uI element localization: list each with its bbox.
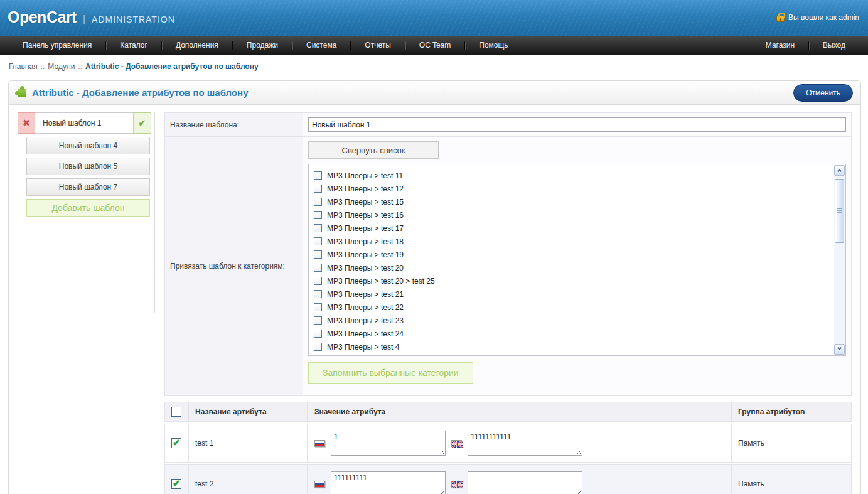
category-checkbox[interactable]	[314, 224, 322, 232]
user-status: Вы вошли как admin	[776, 13, 859, 22]
sidebar-template-4[interactable]: Новый шаблон 7	[26, 178, 150, 196]
category-label[interactable]: MP3 Плееры > test 4	[327, 343, 399, 352]
template-name-label: Название шаблона:	[165, 113, 303, 137]
save-categories-button[interactable]: Запомнить выбранные категории	[308, 362, 473, 384]
category-item: MP3 Плееры > test 20 > test 25	[314, 274, 830, 287]
attr-value-header: Значение атрибута	[308, 402, 731, 422]
category-checkbox[interactable]	[314, 250, 322, 259]
attribute-row-checkbox[interactable]	[171, 438, 181, 448]
nav-item-5[interactable]: Система	[292, 36, 350, 55]
nav-item-7[interactable]: OC Team	[405, 36, 464, 55]
category-label[interactable]: MP3 Плееры > test 22	[327, 303, 404, 312]
category-label[interactable]: MP3 Плееры > test 11	[327, 171, 403, 180]
uk-flag-icon	[451, 440, 462, 447]
attributes-header-row: Название артибута Значение атрибута Груп…	[164, 402, 852, 422]
nav-right: МагазинВыход	[752, 36, 859, 55]
scroll-down-icon[interactable]	[834, 344, 845, 355]
category-item: MP3 Плееры > test 24	[314, 327, 830, 340]
category-item: MP3 Плееры > test 21	[314, 287, 830, 301]
uk-flag-icon	[451, 481, 462, 488]
attribute-row-checkbox[interactable]	[171, 479, 181, 489]
category-label[interactable]: MP3 Плееры > test 16	[327, 211, 404, 220]
category-checkbox[interactable]	[314, 330, 322, 338]
nav-right-item-1[interactable]: Магазин	[752, 36, 808, 55]
select-all-checkbox[interactable]	[171, 407, 181, 417]
sidebar-template-2[interactable]: Новый шаблон 4	[26, 137, 150, 154]
confirm-template-icon[interactable]: ✔	[134, 112, 151, 134]
attribute-value-en-textarea[interactable]	[468, 471, 582, 494]
category-label[interactable]: MP3 Плееры > test 15	[327, 198, 404, 207]
category-list: MP3 Плееры > test 11MP3 Плееры > test 12…	[308, 164, 846, 356]
attribute-group: Память	[731, 424, 852, 463]
category-checkbox[interactable]	[314, 211, 322, 219]
category-checkbox[interactable]	[314, 185, 322, 193]
sidebar-template-3[interactable]: Новый шаблон 5	[26, 158, 150, 175]
page-heading: Attributic - Добавление атрибутов по шаб…	[9, 81, 860, 105]
nav-bar: Панель управленияКаталогДополненияПродаж…	[0, 36, 868, 55]
nav-left: Панель управленияКаталогДополненияПродаж…	[9, 36, 522, 55]
category-checkbox[interactable]	[314, 264, 322, 272]
nav-item-2[interactable]: Каталог	[106, 36, 161, 55]
attribute-value-ru-textarea[interactable]	[331, 471, 446, 494]
add-template-button[interactable]: Добавить шаблон	[26, 199, 150, 217]
logo-suffix: ADMINISTRATION	[92, 14, 175, 24]
breadcrumb-link-3[interactable]: Attributic - Добавление атрибутов по шаб…	[85, 62, 259, 71]
category-label[interactable]: MP3 Плееры > test 24	[327, 330, 404, 338]
nav-item-6[interactable]: Отчеты	[351, 36, 404, 55]
category-checkbox[interactable]	[314, 316, 322, 325]
lock-icon	[776, 16, 785, 22]
active-template-label[interactable]: Новый шаблон 1	[35, 112, 134, 134]
category-checkbox[interactable]	[314, 303, 322, 311]
user-status-text: Вы вошли как admin	[788, 13, 859, 22]
nav-item-8[interactable]: Помощь	[465, 36, 522, 55]
breadcrumb: Главная::Модули::Attributic - Добавление…	[0, 55, 868, 77]
module-puzzle-icon	[18, 89, 26, 97]
template-name-input[interactable]	[308, 117, 846, 132]
content-box: Attributic - Добавление атрибутов по шаб…	[8, 80, 861, 494]
cancel-button[interactable]: Отменить	[793, 84, 853, 102]
category-label[interactable]: MP3 Плееры > test 18	[327, 237, 404, 246]
attribute-name: test 2	[188, 464, 308, 494]
nav-item-4[interactable]: Продажи	[233, 36, 292, 55]
category-scrollbar[interactable]	[834, 165, 845, 355]
attribute-value-ru-textarea[interactable]	[331, 431, 446, 456]
category-label[interactable]: MP3 Плееры > test 17	[327, 224, 404, 233]
category-checkbox[interactable]	[314, 343, 322, 351]
category-label[interactable]: MP3 Плееры > test 19	[327, 250, 404, 259]
category-item: MP3 Плееры > test 18	[314, 235, 830, 248]
template-form: Название шаблона: Привязать шаблон к кат…	[164, 112, 852, 396]
nav-item-3[interactable]: Дополнения	[162, 36, 232, 55]
breadcrumb-link-1[interactable]: Главная	[9, 62, 38, 71]
attribute-value-en-textarea[interactable]	[468, 431, 582, 456]
scrollbar-thumb[interactable]	[835, 179, 844, 243]
nav-item-1[interactable]: Панель управления	[9, 36, 105, 55]
category-checkbox[interactable]	[314, 171, 322, 180]
attr-group-header: Группа атрибутов	[731, 402, 852, 422]
category-checkbox[interactable]	[314, 290, 322, 298]
category-item: MP3 Плееры > test 11	[314, 169, 830, 182]
category-checkbox[interactable]	[314, 277, 322, 285]
logo: OpenCart | ADMINISTRATION	[8, 8, 175, 26]
attribute-row: test 1Память	[164, 424, 852, 463]
category-label[interactable]: MP3 Плееры > test 20	[327, 264, 404, 272]
category-label[interactable]: MP3 Плееры > test 23	[327, 316, 404, 325]
scroll-up-icon[interactable]	[834, 165, 845, 176]
attributes-table: Название артибута Значение атрибута Груп…	[164, 400, 852, 494]
category-label[interactable]: MP3 Плееры > test 12	[327, 185, 404, 193]
category-item: MP3 Плееры > test 22	[314, 301, 830, 314]
category-item: MP3 Плееры > test 23	[314, 314, 830, 327]
main-panel: Название шаблона: Привязать шаблон к кат…	[155, 112, 852, 494]
template-list: Новый шаблон 4Новый шаблон 5Новый шаблон…	[18, 137, 154, 196]
category-item: MP3 Плееры > test 15	[314, 195, 830, 208]
collapse-list-button[interactable]: Свернуть список	[308, 141, 439, 159]
category-label[interactable]: MP3 Плееры > test 20 > test 25	[327, 277, 435, 286]
nav-right-item-2[interactable]: Выход	[809, 36, 859, 55]
breadcrumb-link-2[interactable]: Модули	[48, 62, 75, 71]
category-label[interactable]: MP3 Плееры > test 21	[327, 290, 404, 299]
category-item	[314, 353, 830, 356]
category-item: MP3 Плееры > test 20	[314, 261, 830, 274]
category-checkbox[interactable]	[314, 237, 322, 245]
category-checkbox[interactable]	[314, 198, 322, 206]
delete-template-icon[interactable]: ✖	[18, 112, 35, 134]
attribute-row: test 2Память	[164, 464, 852, 494]
